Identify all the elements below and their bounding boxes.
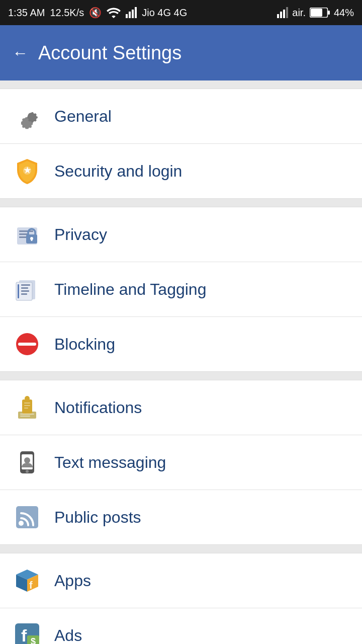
svg-rect-36 <box>24 408 28 409</box>
public-posts-label: Public posts <box>54 508 141 527</box>
svg-rect-19 <box>31 238 33 241</box>
svg-rect-24 <box>21 287 28 289</box>
svg-point-39 <box>26 470 29 473</box>
page-title: Account Settings <box>38 42 182 64</box>
privacy-label: Privacy <box>54 225 107 244</box>
svg-rect-3 <box>135 7 137 18</box>
blocking-icon <box>12 329 42 359</box>
wifi-icon <box>107 7 121 18</box>
svg-rect-9 <box>328 11 330 15</box>
settings-item-timeline[interactable]: Timeline and Tagging <box>0 262 362 317</box>
text-messaging-label: Text messaging <box>54 453 166 472</box>
blocking-label: Blocking <box>54 335 115 354</box>
settings-group-2: Privacy Timeline and Tagging <box>0 207 362 372</box>
svg-point-33 <box>25 396 30 401</box>
carrier2: air. <box>292 7 306 19</box>
settings-item-ads[interactable]: f $ Ads <box>0 608 362 644</box>
svg-text:$: $ <box>31 636 36 644</box>
svg-rect-25 <box>21 290 29 292</box>
svg-rect-6 <box>283 10 285 18</box>
settings-group-4: f Apps f $ Ads <box>0 553 362 644</box>
ads-label: Ads <box>54 626 82 645</box>
public-posts-icon <box>12 502 42 532</box>
privacy-icon <box>12 219 42 250</box>
notifications-label: Notifications <box>54 398 142 417</box>
svg-rect-7 <box>286 7 288 18</box>
svg-text:★: ★ <box>24 166 31 175</box>
svg-rect-10 <box>311 9 322 17</box>
general-icon <box>12 101 42 131</box>
svg-point-42 <box>19 521 24 526</box>
battery-icon <box>310 8 330 18</box>
settings-group-3: Notifications Text messaging <box>0 380 362 545</box>
settings-item-general[interactable]: General <box>0 89 362 144</box>
svg-rect-26 <box>21 293 27 295</box>
svg-rect-4 <box>277 14 279 18</box>
carrier1: Jio 4G 4G <box>142 7 187 19</box>
status-time: 1:35 AM <box>8 7 45 19</box>
apps-icon: f <box>12 566 42 596</box>
settings-item-apps[interactable]: f Apps <box>0 553 362 608</box>
status-right: air. 44% <box>277 7 354 19</box>
svg-rect-1 <box>129 12 131 18</box>
svg-rect-28 <box>18 343 36 346</box>
app-bar: ← Account Settings <box>0 25 362 80</box>
svg-rect-22 <box>18 284 19 298</box>
settings-item-blocking[interactable]: Blocking <box>0 317 362 371</box>
settings-item-text-messaging[interactable]: Text messaging <box>0 435 362 490</box>
svg-rect-0 <box>126 14 128 18</box>
svg-text:f: f <box>21 626 27 644</box>
status-bar: 1:35 AM 12.5K/s 🔇 Jio 4G 4G <box>0 0 362 25</box>
settings-group-1: General ★ Security and login <box>0 89 362 199</box>
svg-rect-14 <box>19 230 33 232</box>
svg-rect-31 <box>20 416 30 417</box>
apps-label: Apps <box>54 572 91 590</box>
svg-rect-34 <box>24 403 30 404</box>
timeline-label: Timeline and Tagging <box>54 280 206 299</box>
carrier2-signal-icon <box>277 7 288 18</box>
back-button[interactable]: ← <box>12 44 28 62</box>
general-label: General <box>54 107 112 126</box>
settings-item-privacy[interactable]: Privacy <box>0 207 362 262</box>
svg-rect-5 <box>280 12 282 18</box>
svg-rect-30 <box>20 414 34 415</box>
svg-rect-2 <box>132 10 134 18</box>
ads-icon: f $ <box>12 620 42 644</box>
svg-rect-23 <box>21 284 30 286</box>
settings-item-public-posts[interactable]: Public posts <box>0 490 362 544</box>
notifications-icon <box>12 392 42 423</box>
svg-rect-35 <box>24 405 30 406</box>
security-label: Security and login <box>54 162 182 181</box>
signal-icon <box>126 7 137 18</box>
svg-rect-32 <box>22 399 32 414</box>
security-icon: ★ <box>12 156 42 186</box>
settings-item-notifications[interactable]: Notifications <box>0 380 362 435</box>
status-left: 1:35 AM 12.5K/s 🔇 Jio 4G 4G <box>8 7 187 19</box>
timeline-icon <box>12 274 42 304</box>
mute-icon: 🔇 <box>89 7 102 19</box>
network-speed: 12.5K/s <box>50 7 84 19</box>
svg-rect-40 <box>24 457 30 463</box>
text-messaging-icon <box>12 447 42 477</box>
battery-percent: 44% <box>334 7 354 19</box>
settings-container: General ★ Security and login <box>0 80 362 644</box>
svg-text:f: f <box>29 580 33 591</box>
settings-item-security[interactable]: ★ Security and login <box>0 144 362 198</box>
